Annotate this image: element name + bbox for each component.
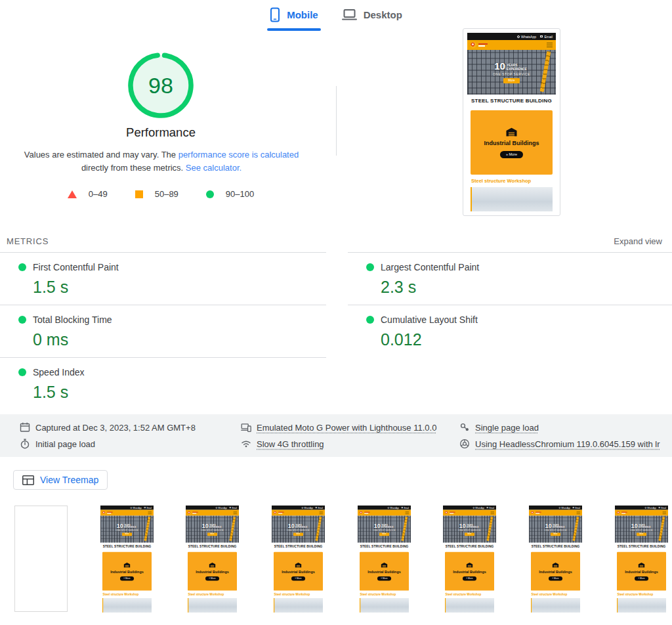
email-link: Email: [230, 507, 237, 509]
hero-line2: ONE STOP SERVICE: [630, 529, 652, 532]
email-link: Email: [658, 507, 665, 509]
card-more-button: » More: [120, 576, 134, 581]
hamburger-icon: [405, 511, 408, 515]
footer-image: [445, 598, 494, 613]
email-link: Email: [401, 507, 408, 509]
emulated-device-icon: [241, 422, 251, 433]
warehouse-icon: [209, 562, 216, 567]
industrial-buildings-card: Industrial Buildings » More: [360, 552, 409, 591]
site-screenshot: WhatsApp Email 10 YEARS EXPERIENCE ONE S…: [615, 506, 668, 613]
metric-label: Largest Contentful Paint: [381, 262, 479, 272]
warehouse-icon: [506, 127, 517, 137]
screenshot-topbar: WhatsApp Email: [467, 33, 556, 40]
hero-line1: YEARS EXPERIENCE: [209, 523, 222, 528]
card-more-button: » More: [635, 576, 648, 581]
metric-value: 2.3 s: [381, 278, 672, 297]
env-device: Emulated Moto G Power with Lighthouse 11…: [241, 422, 459, 433]
stopwatch-icon: [20, 439, 30, 449]
active-tab-underline: [267, 28, 321, 31]
card-title: Industrial Buildings: [453, 570, 486, 574]
vertical-divider: [336, 86, 337, 156]
view-treemap-button[interactable]: View Treemap: [13, 470, 108, 490]
hero-button: More: [503, 78, 519, 83]
whatsapp-label: WhatsApp: [561, 507, 570, 509]
hero-number: 10: [494, 62, 505, 71]
disclaimer-text-2: directly from these metrics.: [81, 163, 186, 173]
email-label: Email: [318, 507, 324, 509]
sampling-text[interactable]: Single page load: [475, 423, 539, 433]
metric-label: Speed Index: [33, 367, 85, 377]
laptop-icon: [342, 9, 357, 21]
hamburger-icon: [577, 511, 580, 515]
industrial-buildings-card: Industrial Buildings » More: [617, 552, 666, 591]
env-column-3: Single page load Using HeadlessChromium …: [459, 422, 672, 450]
disclaimer-text-1: Values are estimated and may vary. The: [24, 150, 178, 160]
circle-icon: [206, 190, 214, 198]
crane-graphic: [658, 517, 665, 541]
hero-number: 10: [202, 523, 209, 528]
hero-banner: 10 YEARS EXPERIENCE ONE STOP SERVICE Mor…: [443, 516, 496, 543]
triangle-icon: [68, 190, 77, 198]
footer-image: [360, 598, 409, 613]
expand-view-button[interactable]: Expand view: [614, 236, 662, 246]
hero-banner: 10 YEARS EXPERIENCE ONE STOP SERVICE Mor…: [272, 516, 325, 543]
screenshot-header: [358, 510, 411, 516]
whatsapp-label: WhatsApp: [133, 507, 142, 509]
site-screenshot: WhatsApp Email 10 YEARS EXPERIENCE ONE S…: [100, 506, 154, 613]
card-title: Industrial Buildings: [539, 570, 572, 574]
warehouse-icon: [381, 562, 387, 567]
env-browser: Using HeadlessChromium 119.0.6045.159 wi…: [459, 439, 672, 449]
whatsapp-label: WhatsApp: [390, 507, 399, 509]
hero-banner: 10 YEARS EXPERIENCE ONE STOP SERVICE Mor…: [186, 516, 239, 543]
whatsapp-label: WhatsApp: [647, 507, 656, 509]
tab-mobile[interactable]: Mobile: [267, 0, 321, 31]
legend-average-range: 50–89: [155, 189, 178, 199]
env-captured: Captured at Dec 3, 2023, 1:52 AM GMT+8: [20, 422, 241, 433]
whatsapp-link: WhatsApp: [473, 507, 484, 509]
whatsapp-link: WhatsApp: [302, 507, 313, 509]
logo-icon: [360, 511, 363, 514]
workshop-link: Steel structure Workshop: [102, 593, 151, 596]
browser-text[interactable]: Using HeadlessChromium 119.0.6045.159 wi…: [475, 439, 660, 449]
metric-label: Total Blocking Time: [33, 314, 112, 325]
legend-fail-range: 0–49: [89, 189, 108, 199]
screenshot-header: [467, 40, 556, 50]
device-text[interactable]: Emulated Moto G Power with Lighthouse 11…: [257, 423, 436, 433]
site-logo: [531, 511, 541, 514]
throttling-text[interactable]: Slow 4G throttling: [257, 439, 324, 449]
workshop-link: Steel structure Workshop: [188, 593, 237, 596]
score-calc-link[interactable]: performance score is calculated: [178, 150, 299, 160]
filmstrip-frame: WhatsApp Email 10 YEARS EXPERIENCE ONE S…: [358, 506, 411, 613]
hero-line2: ONE STOP SERVICE: [201, 529, 224, 532]
site-heading: STEEL STRUCTURE BUILDING: [100, 542, 154, 550]
hamburger-icon: [148, 511, 151, 515]
pass-dot-icon: [18, 263, 26, 271]
email-link: Email: [540, 35, 553, 39]
whatsapp-label: WhatsApp: [521, 35, 536, 39]
whatsapp-link: WhatsApp: [517, 35, 536, 39]
site-screenshot: WhatsApp Email 10 YEARS EXPERIENCE ONE S…: [529, 506, 582, 613]
tab-desktop[interactable]: Desktop: [339, 0, 405, 31]
whatsapp-label: WhatsApp: [304, 507, 313, 509]
metrics-section-label: METRICS: [7, 236, 49, 246]
filmstrip-frame-blank: [14, 506, 68, 612]
see-calculator-link[interactable]: See calculator.: [186, 163, 242, 173]
email-label: Email: [232, 507, 238, 509]
score-legend: 0–49 50–89 90–100: [0, 189, 322, 199]
metric-cumulative-layout-shift: Cumulative Layout Shift 0.012: [348, 305, 672, 357]
hero-line1: YEARS EXPERIENCE: [507, 62, 529, 72]
hamburger-icon: [662, 511, 665, 515]
hero-button: More: [551, 532, 560, 536]
envelope-icon: [573, 507, 575, 508]
hero-number: 10: [631, 523, 638, 528]
screenshot-header: [100, 510, 154, 516]
pass-dot-icon: [18, 368, 26, 376]
hero-line1: YEARS EXPERIENCE: [295, 523, 308, 528]
phone-glyph-icon: [387, 507, 388, 508]
card-more-button: » More: [377, 576, 391, 581]
final-screenshot-thumbnail: WhatsApp Email 10 YEARS EXPERIENCE ONE S…: [463, 28, 560, 216]
logo-icon: [471, 42, 476, 48]
workshop-link: Steel structure Workshop: [617, 593, 665, 596]
warehouse-icon: [467, 562, 473, 567]
industrial-buildings-card: Industrial Buildings » More: [531, 552, 580, 591]
